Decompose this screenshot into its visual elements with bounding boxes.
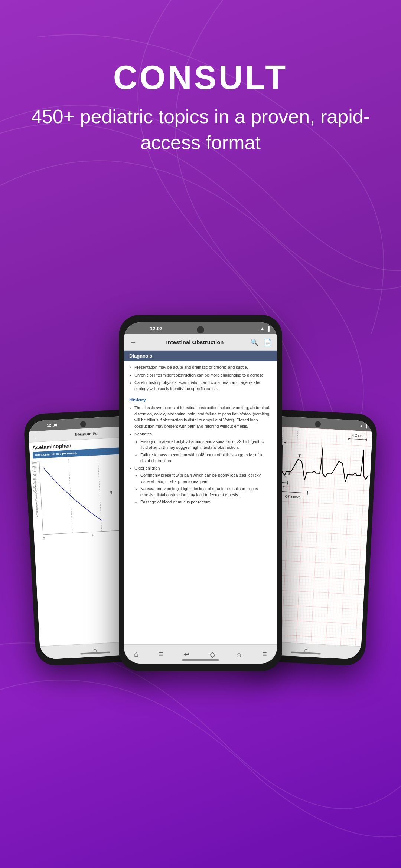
diagnosis-item-3: Careful history, physical examination, a… [134,379,272,392]
center-menu-icon[interactable]: ≡ [263,650,267,658]
center-star-icon[interactable]: ☆ [236,650,242,659]
older-item-1: Commonly present with pain which can be … [140,472,272,484]
neonate-item-2: Failure to pass meconium within 48 hours… [140,452,272,464]
svg-text:ST: ST [288,472,293,476]
center-nav-title: Intestinal Obstruction [140,339,250,345]
center-tag-icon[interactable]: ◇ [210,650,215,659]
phone-center: 12:02 ▲ ▐ ← Intestinal Obstruction 🔍 📄 D… [119,315,282,671]
diagnosis-item-2: Chronic or intermittent obstruction can … [134,372,272,378]
history-item-1: The classic symptoms of intestinal obstr… [134,405,272,429]
history-section-header: History [124,395,277,403]
diagnosis-content: Presentation may be acute and dramatic o… [124,361,277,395]
center-time: 12:02 [150,326,162,331]
diagnosis-section-header: Diagnosis [124,351,277,361]
svg-line-14 [287,481,288,485]
right-signal-icon: ▐ [365,424,368,428]
main-subtitle: 450+ pediatric topics in a proven, rapid… [0,103,401,155]
center-home-indicator [182,659,219,661]
center-screen: 12:02 ▲ ▐ ← Intestinal Obstruction 🔍 📄 D… [124,322,277,664]
svg-line-18 [307,491,308,495]
svg-text:T: T [298,454,301,458]
center-share-icon[interactable]: ↩ [183,650,190,659]
center-battery-icon: ▐ [266,326,270,331]
left-time: 12:00 [47,423,58,427]
center-camera [197,326,204,333]
svg-text:S: S [283,474,286,478]
center-search-icon[interactable]: 🔍 [250,338,258,346]
svg-text:R: R [283,440,287,444]
center-nav-action-icons: 🔍 📄 [250,338,272,346]
center-back-icon[interactable]: ← [129,338,137,346]
phones-container: 12:00 ▲ ▐ ← 5-Minute Pe Acetaminophen No… [0,193,401,693]
center-status-icons: ▲ ▐ [260,326,270,331]
older-item-2: Nausea and vomiting: High intestinal obs… [140,486,272,498]
center-list-icon[interactable]: ≡ [159,650,163,658]
neonate-item-1: History of maternal polyhydramnios and a… [140,438,272,451]
header-section: CONSULT 450+ pediatric topics in a prove… [0,0,401,178]
center-nav-bar: ← Intestinal Obstruction 🔍 📄 [124,334,277,351]
main-title: CONSULT [0,59,401,96]
right-status-icons: ▲ ▐ [359,424,368,428]
history-item-neonates: Neonates History of maternal polyhydramn… [134,431,272,464]
history-content: The classic symptoms of intestinal obstr… [124,403,277,508]
svg-line-1 [98,458,102,532]
center-content: Diagnosis Presentation may be acute and … [124,351,277,644]
center-home-nav-icon[interactable]: ⌂ [134,650,138,658]
history-item-older: Older children Commonly present with pai… [134,465,272,505]
older-item-3: Passage of blood or mucus per rectum [140,499,272,505]
center-doc-icon[interactable]: 📄 [264,338,272,346]
center-wifi-icon: ▲ [260,326,265,331]
svg-text:N: N [110,491,113,495]
center-bottom-nav: ⌂ ≡ ↩ ◇ ☆ ≡ [124,644,277,664]
left-back-icon[interactable]: ← [32,434,37,440]
right-wifi-icon: ▲ [359,424,363,428]
diagnosis-item-1: Presentation may be acute and dramatic o… [134,364,272,371]
